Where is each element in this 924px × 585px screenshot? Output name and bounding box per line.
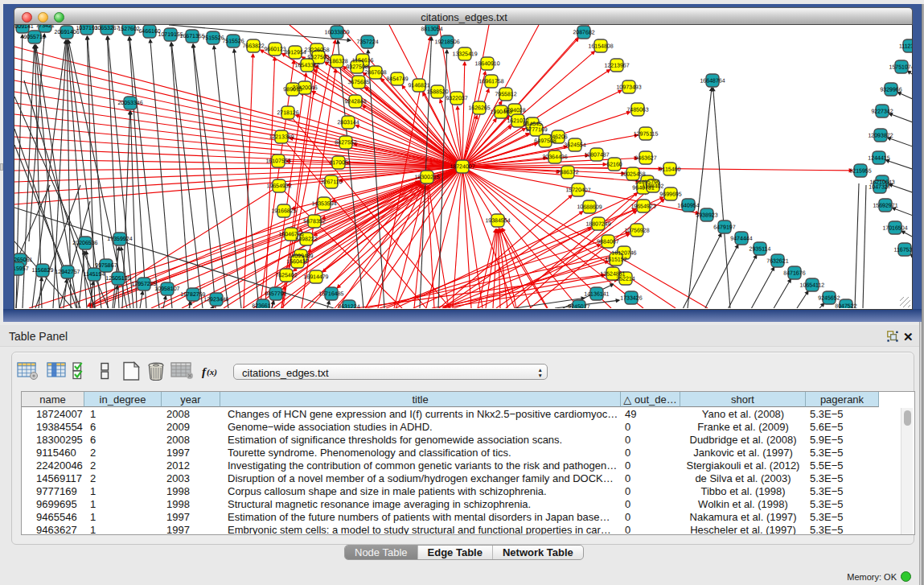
svg-text:9457791: 9457791 — [265, 290, 286, 296]
svg-text:1145194: 1145194 — [84, 271, 105, 277]
svg-text:8471676: 8471676 — [783, 270, 805, 276]
svg-text:16914479: 16914479 — [303, 274, 328, 279]
svg-text:9115460: 9115460 — [659, 166, 681, 171]
svg-text:8236617: 8236617 — [252, 303, 273, 308]
svg-text:1112334: 1112334 — [899, 43, 912, 49]
svg-text:16107553: 16107553 — [265, 158, 290, 163]
svg-text:17016504: 17016504 — [882, 225, 907, 231]
svg-text:1167533: 1167533 — [894, 247, 912, 253]
svg-text:18807249: 18807249 — [585, 220, 610, 226]
svg-text:16671355: 16671355 — [180, 33, 205, 39]
svg-text:16033809: 16033809 — [325, 29, 350, 35]
svg-text:3267110: 3267110 — [321, 179, 343, 184]
svg-text:9631224: 9631224 — [338, 303, 359, 308]
svg-text:7515526: 7515526 — [222, 38, 244, 43]
svg-text:8427552: 8427552 — [335, 139, 356, 145]
svg-text:1588520: 1588520 — [426, 89, 448, 94]
svg-text:746206: 746206 — [548, 134, 567, 139]
svg-text:10653267: 10653267 — [95, 25, 120, 31]
svg-text:7485063: 7485063 — [626, 106, 648, 112]
svg-text:1626265: 1626265 — [468, 105, 490, 110]
svg-text:7625402: 7625402 — [275, 272, 297, 278]
svg-text:16120746: 16120746 — [611, 249, 636, 255]
svg-text:9055713: 9055713 — [23, 34, 45, 39]
svg-text:5878352: 5878352 — [303, 218, 325, 224]
svg-text:17359924: 17359924 — [107, 236, 132, 241]
svg-text:9242848: 9242848 — [344, 98, 366, 104]
svg-text:15692971: 15692971 — [873, 203, 897, 208]
svg-text:6479197: 6479197 — [713, 224, 735, 229]
svg-text:9329966: 9329966 — [880, 87, 901, 93]
svg-text:12923446: 12923446 — [203, 296, 228, 302]
svg-text:10807487: 10807487 — [584, 151, 609, 157]
svg-text:10025458: 10025458 — [620, 171, 645, 176]
svg-text:10688609: 10688609 — [577, 204, 602, 209]
svg-text:12093872: 12093872 — [868, 133, 893, 138]
svg-text:15751074: 15751074 — [889, 64, 912, 70]
svg-text:10973493: 10973493 — [616, 84, 641, 89]
svg-text:20053346: 20053346 — [117, 100, 142, 105]
svg-text:19654932: 19654932 — [266, 183, 291, 188]
svg-text:12213389: 12213389 — [269, 134, 294, 139]
svg-text:9660123: 9660123 — [264, 46, 285, 51]
svg-text:6794028: 6794028 — [503, 107, 525, 113]
svg-text:3624554: 3624554 — [564, 142, 585, 147]
svg-text:9327508: 9327508 — [346, 64, 368, 69]
svg-text:1198402: 1198402 — [643, 183, 664, 188]
svg-text:16961758: 16961758 — [478, 78, 503, 84]
svg-text:18724007: 18724007 — [450, 163, 474, 169]
svg-text:1640954: 1640954 — [677, 202, 699, 208]
svg-text:1156829: 1156829 — [32, 267, 54, 273]
svg-text:2867608: 2867608 — [364, 69, 386, 75]
svg-text:9699695: 9699695 — [659, 191, 681, 196]
svg-text:9463627: 9463627 — [634, 154, 656, 160]
svg-text:10654112: 10654112 — [800, 282, 825, 288]
svg-text:14353594: 14353594 — [311, 200, 336, 206]
svg-text:12213967: 12213967 — [604, 62, 629, 68]
svg-text:252214: 252214 — [616, 275, 634, 281]
svg-text:16782759: 16782759 — [180, 291, 205, 297]
svg-text:(x): (x) — [207, 367, 217, 377]
svg-text:9245652: 9245652 — [818, 295, 840, 301]
svg-text:19166825: 19166825 — [271, 208, 296, 213]
svg-text:12505135: 12505135 — [105, 275, 130, 281]
svg-text:8813054: 8813054 — [421, 26, 442, 31]
svg-text:964645: 964645 — [523, 121, 541, 126]
svg-text:1733426: 1733426 — [620, 295, 642, 300]
svg-text:26265061: 26265061 — [14, 257, 33, 262]
svg-text:9975867: 9975867 — [95, 262, 117, 268]
svg-text:8215955: 8215955 — [849, 168, 871, 174]
svg-text:23226058: 23226058 — [304, 47, 329, 52]
svg-text:9245077: 9245077 — [568, 303, 589, 308]
svg-text:8047522: 8047522 — [835, 303, 856, 308]
svg-text:3675685: 3675685 — [347, 79, 369, 84]
svg-text:9474444: 9474444 — [730, 235, 752, 241]
svg-text:16543362: 16543362 — [294, 62, 319, 68]
svg-text:12975115: 12975115 — [634, 130, 659, 136]
svg-text:18640910: 18640910 — [474, 60, 499, 66]
svg-text:16154808: 16154808 — [588, 43, 613, 48]
svg-text:62160: 62160 — [606, 161, 622, 167]
svg-text:15716485: 15716485 — [318, 290, 343, 296]
svg-text:14099489: 14099489 — [288, 253, 313, 258]
svg-text:2009141: 2009141 — [14, 25, 34, 29]
svg-text:1244415: 1244415 — [868, 155, 889, 161]
svg-text:9884067: 9884067 — [597, 238, 618, 244]
svg-text:1560437: 1560437 — [286, 258, 308, 264]
svg-text:19384554: 19384554 — [485, 217, 510, 223]
svg-text:5498222: 5498222 — [295, 236, 317, 241]
svg-text:7886372: 7886372 — [556, 169, 578, 175]
svg-text:2935114: 2935114 — [749, 245, 771, 251]
svg-text:8454749: 8454749 — [386, 76, 408, 81]
svg-text:10756928: 10756928 — [624, 227, 649, 233]
svg-text:8912954: 8912954 — [284, 49, 306, 55]
svg-text:15720407: 15720407 — [565, 187, 590, 192]
svg-text:20206536: 20206536 — [72, 240, 97, 245]
svg-text:7357224: 7357224 — [356, 39, 378, 44]
svg-text:17957225: 17957225 — [131, 281, 156, 286]
svg-text:1615152: 1615152 — [605, 256, 626, 262]
svg-text:7632621: 7632621 — [766, 257, 788, 263]
svg-text:3915957: 3915957 — [14, 266, 29, 271]
svg-text:9146821: 9146821 — [408, 82, 429, 88]
svg-text:1527602: 1527602 — [117, 26, 139, 31]
